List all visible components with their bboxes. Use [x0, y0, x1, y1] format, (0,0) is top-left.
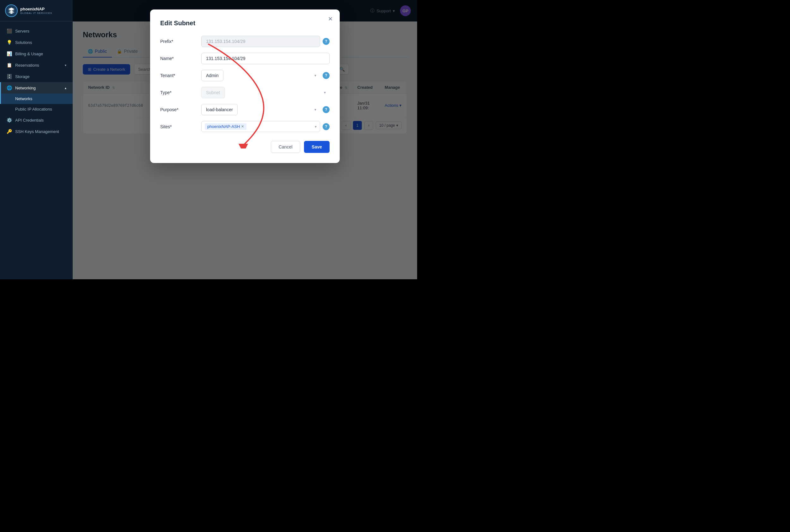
sidebar-item-api-credentials[interactable]: ⚙️ API Credentials	[0, 114, 73, 126]
purpose-field: load-balancer ▾ ?	[201, 104, 330, 115]
prefix-field: ?	[201, 36, 330, 47]
modal-overlay: ✕ Edit Subnet Prefix* ? Name* Tenant*	[73, 0, 417, 279]
purpose-row: Purpose* load-balancer ▾ ?	[160, 104, 330, 115]
sidebar-item-label: Billing & Usage	[15, 52, 43, 56]
sidebar-item-label: Storage	[15, 74, 30, 79]
main-content: ⓘ Support ▾ GP Networks 🌐 Public 🔒 Priva…	[73, 0, 417, 279]
sites-input[interactable]: phoenixNAP-ASH ✕ ▾	[201, 121, 320, 132]
sidebar-item-label: Servers	[15, 29, 30, 34]
sidebar-item-label: Networking	[15, 86, 36, 90]
sidebar-item-label: API Credentials	[15, 118, 44, 122]
sidebar-item-reservations[interactable]: 📋 Reservations ▾	[0, 59, 73, 71]
tenant-row: Tenant* Admin ▾ ?	[160, 70, 330, 81]
sidebar-item-public-ip[interactable]: Public IP Allocations	[0, 104, 73, 114]
key-icon: 🔑	[6, 129, 12, 134]
name-label: Name*	[160, 56, 201, 61]
chevron-down-icon: ▾	[65, 63, 67, 67]
sidebar-item-networks[interactable]: Networks	[0, 94, 73, 104]
chart-icon: 📊	[6, 51, 12, 56]
chevron-down-icon: ▾	[315, 108, 316, 112]
sidebar-item-label: Reservations	[15, 63, 39, 68]
site-tag-label: phoenixNAP-ASH	[207, 124, 240, 129]
logo-subtitle: GLOBAL IT SERVICES	[20, 12, 52, 15]
logo-icon	[5, 4, 18, 17]
sidebar-item-label: SSH Keys Management	[15, 129, 59, 134]
server-icon: ⬛	[6, 28, 12, 34]
modal-close-button[interactable]: ✕	[326, 15, 335, 23]
logo-name: phoenixNAP	[20, 7, 52, 12]
logo: phoenixNAP GLOBAL IT SERVICES	[0, 0, 73, 21]
storage-icon: 🗄️	[6, 74, 12, 79]
prefix-row: Prefix* ?	[160, 36, 330, 47]
lightbulb-icon: 💡	[6, 40, 12, 45]
prefix-input	[201, 36, 320, 47]
purpose-label: Purpose*	[160, 107, 201, 112]
chevron-down-icon: ▾	[315, 73, 316, 78]
sidebar-navigation: ⬛ Servers 💡 Solutions 📊 Billing & Usage …	[0, 21, 73, 279]
tenant-help-icon[interactable]: ?	[323, 72, 330, 79]
type-label: Type*	[160, 90, 201, 95]
name-row: Name*	[160, 53, 330, 64]
type-select: Subnet	[201, 87, 225, 98]
tenant-select[interactable]: Admin	[201, 70, 223, 81]
prefix-label: Prefix*	[160, 39, 201, 44]
modal-title: Edit Subnet	[160, 20, 330, 27]
sidebar-item-billing[interactable]: 📊 Billing & Usage	[0, 48, 73, 59]
chevron-down-icon: ▾	[324, 90, 326, 95]
chevron-up-icon: ▴	[65, 86, 67, 90]
sidebar-item-solutions[interactable]: 💡 Solutions	[0, 37, 73, 48]
sidebar-item-servers[interactable]: ⬛ Servers	[0, 25, 73, 37]
sidebar-item-label: Solutions	[15, 40, 32, 45]
modal-footer: Cancel Save	[160, 141, 330, 153]
gear-icon: ⚙️	[6, 117, 12, 122]
network-icon: 🌐	[6, 85, 12, 90]
tenant-field: Admin ▾ ?	[201, 70, 330, 81]
tenant-label: Tenant*	[160, 73, 201, 78]
sidebar-item-ssh-keys[interactable]: 🔑 SSH Keys Management	[0, 126, 73, 137]
site-tag: phoenixNAP-ASH ✕	[205, 123, 246, 130]
purpose-select[interactable]: load-balancer	[201, 104, 238, 115]
cancel-button[interactable]: Cancel	[271, 141, 301, 153]
type-row: Type* Subnet ▾	[160, 87, 330, 98]
sites-field: phoenixNAP-ASH ✕ ▾ ?	[201, 121, 330, 132]
site-tag-remove[interactable]: ✕	[241, 125, 244, 129]
name-field	[201, 53, 330, 64]
calendar-icon: 📋	[6, 62, 12, 68]
name-input[interactable]	[201, 53, 330, 64]
sites-label: Sites*	[160, 124, 201, 129]
edit-subnet-modal: ✕ Edit Subnet Prefix* ? Name* Tenant*	[150, 10, 340, 163]
sidebar-sub-label: Public IP Allocations	[15, 107, 52, 112]
save-button[interactable]: Save	[304, 141, 330, 153]
sidebar: phoenixNAP GLOBAL IT SERVICES ⬛ Servers …	[0, 0, 73, 279]
sidebar-item-networking[interactable]: 🌐 Networking ▴	[0, 82, 73, 94]
sites-row: Sites* phoenixNAP-ASH ✕ ▾ ?	[160, 121, 330, 132]
chevron-down-icon: ▾	[315, 125, 317, 129]
sites-help-icon[interactable]: ?	[323, 123, 330, 130]
purpose-help-icon[interactable]: ?	[323, 106, 330, 113]
sidebar-item-storage[interactable]: 🗄️ Storage	[0, 71, 73, 82]
prefix-help-icon[interactable]: ?	[323, 38, 330, 45]
sidebar-sub-label: Networks	[15, 96, 32, 101]
type-field: Subnet ▾	[201, 87, 330, 98]
